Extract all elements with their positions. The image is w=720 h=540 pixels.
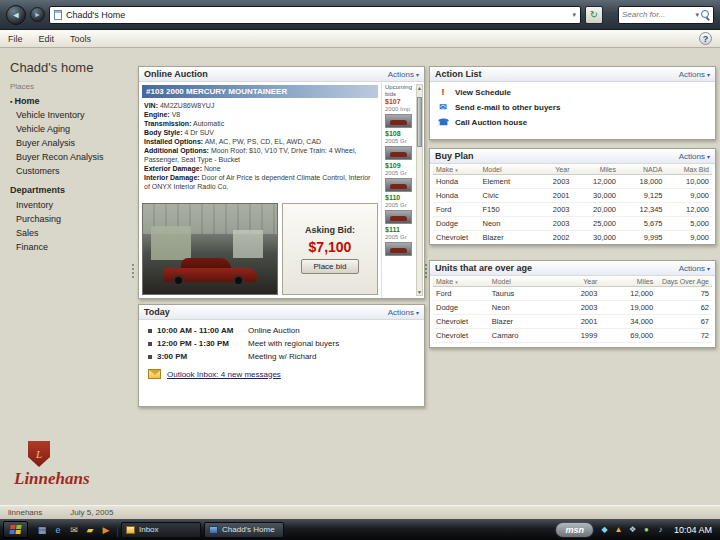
sidebar-item-finance[interactable]: Finance [10,240,128,254]
sidebar-item-buyer-recon-analysis[interactable]: Buyer Recon Analysis [10,150,128,164]
table-row[interactable]: ChevroletCamaro199969,00072 [433,329,712,343]
search-dropdown-icon[interactable]: ▾ [695,11,699,19]
panel-actions-button[interactable]: Actions▾ [679,152,710,161]
folder-icon[interactable]: ▰ [83,523,97,537]
lot-thumbnail [385,146,412,160]
sidebar-item-buyer-analysis[interactable]: Buyer Analysis [10,136,128,150]
menu-tools[interactable]: Tools [70,34,91,44]
sidebar-item-customers[interactable]: Customers [10,164,128,178]
panel-title: Online Auction [144,69,208,79]
network-icon[interactable]: ❖ [627,524,638,536]
bullet-icon [148,355,152,359]
address-bar[interactable]: Chadd's Home ▾ [49,6,581,24]
schedule-item[interactable]: 12:00 PM - 1:30 PMMeet with regional buy… [148,339,415,348]
table-row[interactable]: FordTaurus200312,00075 [433,287,712,301]
menu-edit[interactable]: Edit [39,34,55,44]
help-icon[interactable]: ? [699,32,712,45]
scrollbar[interactable]: ▲ ▼ [416,84,423,296]
search-icon[interactable] [701,10,710,19]
table-row[interactable]: ChevroletBlazer200230,0009,9959,000 [433,231,712,245]
scrollbar-thumb[interactable] [417,97,422,147]
column-header-year[interactable]: Year [526,165,573,175]
schedule-item[interactable]: 10:00 AM - 11:00 AMOnline Auction [148,326,415,335]
back-button[interactable]: ◄ [6,5,26,25]
mail-icon [126,526,135,534]
upcoming-lot[interactable]: $1082005 Gr [385,130,414,160]
browser-chrome: ◄ ► Chadd's Home ▾ ↻ ▾ [0,0,720,30]
search-input[interactable] [622,10,680,19]
panel-actions-button[interactable]: Actions▾ [679,70,710,79]
msn-button[interactable]: msn [556,523,593,537]
search-box[interactable]: ▾ [618,6,714,24]
content-area: Online Auction Actions▾ #103 2000 MERCUR… [132,48,720,505]
auction-detail: Body Style: 4 Dr SUV [144,128,376,137]
upcoming-lot[interactable]: $1112005 Gr [385,226,414,256]
lot-thumbnail [385,178,412,192]
forward-button[interactable]: ► [30,7,45,22]
column-splitter[interactable] [132,264,134,278]
panel-actions-button[interactable]: Actions▾ [388,308,419,317]
column-header-nada[interactable]: NADA [619,165,666,175]
action-item[interactable]: ☎Call Auction house [438,117,707,127]
table-row[interactable]: DodgeNeon200319,00062 [433,301,712,315]
ie-icon[interactable]: e [51,523,65,537]
sidebar-item-inventory[interactable]: Inventory [10,198,128,212]
column-header-max-bid[interactable]: Max Bid [666,165,713,175]
crest-icon: L [28,441,50,467]
schedule-item[interactable]: 3:00 PMMeeting w/ Richard [148,352,415,361]
column-header-make[interactable]: Make▾ [433,165,480,175]
messenger-icon[interactable]: ◆ [599,524,610,536]
page-icon [54,10,62,20]
show-desktop-icon[interactable]: ▦ [35,523,49,537]
sort-desc-icon: ▾ [455,279,458,285]
taskbar-task-inbox[interactable]: Inbox [121,522,201,538]
start-button[interactable] [3,521,28,538]
column-header-days-over-age[interactable]: Days Over Age [656,277,712,287]
clock[interactable]: 10:04 AM [672,525,717,535]
quick-launch-bar: ▦e✉▰▶ [31,523,118,537]
update-icon[interactable]: ● [641,524,652,536]
address-dropdown-icon[interactable]: ▾ [572,11,576,19]
panel-title: Units that are over age [435,263,532,273]
scroll-up-icon[interactable]: ▲ [417,85,422,91]
sidebar-item-purchasing[interactable]: Purchasing [10,212,128,226]
column-header-model[interactable]: Model [480,165,527,175]
place-bid-button[interactable]: Place bid [301,259,360,274]
table-row[interactable]: HondaCivic200130,0009,1259,000 [433,189,712,203]
sidebar-section-label: Places [10,82,128,91]
refresh-button[interactable]: ↻ [585,6,603,24]
outlook-inbox-link[interactable]: Outlook Inbox: 4 new messages [148,369,415,379]
panel-actions-button[interactable]: Actions▾ [388,70,419,79]
upcoming-lot[interactable]: $1102005 Gr [385,194,414,224]
menu-file[interactable]: File [8,34,23,44]
table-row[interactable]: HondaElement200312,00018,00010,000 [433,175,712,189]
table-row[interactable]: FordF150200320,00012,34512,000 [433,203,712,217]
table-row[interactable]: ChevroletBlazer200134,00067 [433,315,712,329]
table-row[interactable]: DodgeNeon200325,0005,6755,000 [433,217,712,231]
sidebar-item-sales[interactable]: Sales [10,226,128,240]
column-header-miles[interactable]: Miles [573,165,620,175]
panel-actions-button[interactable]: Actions▾ [679,264,710,273]
auction-detail: Engine: V8 [144,110,376,119]
column-header-model[interactable]: Model [489,277,545,287]
volume-icon[interactable]: ♪ [655,524,666,536]
upcoming-lot[interactable]: $1072000 Imp [385,98,414,128]
column-header-make[interactable]: Make▾ [433,277,489,287]
sidebar-item-vehicle-inventory[interactable]: Vehicle Inventory [10,108,128,122]
taskbar-task-chadd-s-home[interactable]: Chadd's Home [204,522,284,538]
action-item[interactable]: ✉Send e-mail to other buyers [438,102,707,112]
scroll-down-icon[interactable]: ▼ [417,289,422,295]
menu-bar: FileEditTools ? [0,30,720,48]
sidebar-item-vehicle-aging[interactable]: Vehicle Aging [10,122,128,136]
panel-title: Today [144,307,170,317]
column-header-year[interactable]: Year [545,277,601,287]
action-item[interactable]: !View Schedule [438,87,707,97]
mail-icon[interactable]: ✉ [67,523,81,537]
upcoming-lot[interactable]: $1092005 Gr [385,162,414,192]
media-player-icon[interactable]: ▶ [99,523,113,537]
column-header-miles[interactable]: Miles [600,277,656,287]
column-splitter[interactable] [425,264,427,278]
sidebar-item-home[interactable]: Home [10,94,128,108]
security-icon[interactable]: ▲ [613,524,624,536]
chevron-down-icon: ▾ [416,71,419,78]
